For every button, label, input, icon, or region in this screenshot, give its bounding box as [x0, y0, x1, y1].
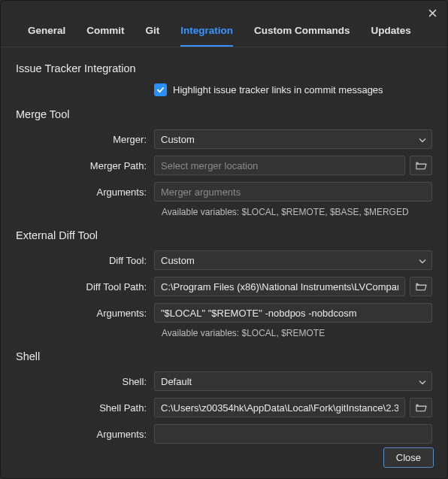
section-diff-tool-title: External Diff Tool [16, 229, 432, 241]
highlight-links-checkbox[interactable] [154, 83, 167, 96]
merger-arguments-input[interactable] [154, 182, 432, 202]
close-icon [428, 9, 437, 17]
merger-select[interactable]: Custom [154, 129, 432, 149]
diff-arguments-label: Arguments: [16, 308, 154, 319]
highlight-links-label: Highlight issue tracker links in commit … [173, 84, 383, 95]
section-shell-title: Shell [16, 350, 432, 362]
tab-integration[interactable]: Integration [180, 25, 233, 47]
merger-helper-text: Available variables: $LOCAL, $REMOTE, $B… [162, 207, 432, 217]
shell-label: Shell: [16, 376, 154, 387]
shell-path-label: Shell Path: [16, 402, 154, 414]
diff-helper-text: Available variables: $LOCAL, $REMOTE [162, 328, 432, 338]
diff-tool-label: Diff Tool: [16, 255, 154, 266]
check-icon [156, 86, 165, 94]
merger-path-label: Merger Path: [16, 160, 154, 171]
folder-open-icon [416, 282, 427, 291]
merger-arguments-label: Arguments: [16, 186, 154, 198]
section-issue-tracker-title: Issue Tracker Integration [16, 62, 432, 74]
diff-tool-path-label: Diff Tool Path: [16, 281, 154, 293]
diff-tool-path-input[interactable] [154, 277, 405, 296]
merger-path-browse-button[interactable] [410, 156, 432, 175]
shell-arguments-input[interactable] [154, 424, 432, 444]
shell-select[interactable]: Default [154, 371, 432, 391]
tab-git[interactable]: Git [146, 25, 160, 47]
merger-label: Merger: [16, 134, 154, 145]
tab-bar: General Commit Git Integration Custom Co… [1, 25, 447, 47]
folder-open-icon [416, 403, 427, 412]
diff-arguments-input[interactable] [154, 303, 432, 323]
folder-open-icon [416, 161, 427, 170]
diff-tool-path-browse-button[interactable] [410, 277, 432, 296]
tab-general[interactable]: General [28, 25, 65, 47]
shell-path-browse-button[interactable] [410, 398, 432, 417]
tab-updates[interactable]: Updates [371, 25, 411, 47]
merger-path-input[interactable] [154, 156, 405, 175]
tab-custom-commands[interactable]: Custom Commands [254, 25, 350, 47]
window-close-button[interactable] [425, 5, 440, 20]
close-button[interactable]: Close [383, 447, 434, 468]
section-merge-tool-title: Merge Tool [16, 108, 432, 120]
diff-tool-select[interactable]: Custom [154, 250, 432, 270]
shell-path-input[interactable] [154, 398, 405, 417]
shell-arguments-label: Arguments: [16, 429, 154, 440]
tab-commit[interactable]: Commit [86, 25, 124, 47]
